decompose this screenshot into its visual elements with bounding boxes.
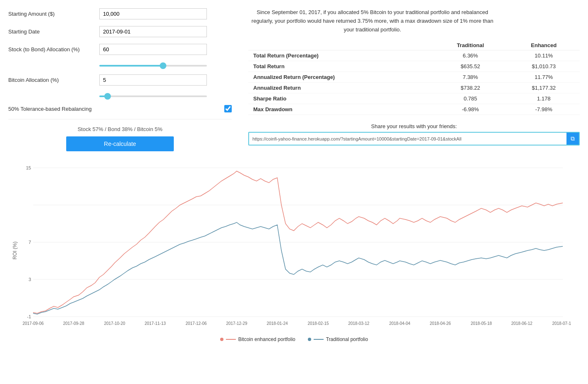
starting-amount-row: Starting Amount ($)	[8, 8, 232, 19]
share-input-row: ⧉	[248, 132, 580, 145]
traditional-portfolio-line	[33, 222, 563, 314]
svg-text:2017-09-28: 2017-09-28	[63, 321, 84, 326]
table-row: Sharpe Ratio 0.785 1.178	[248, 93, 580, 104]
bitcoin-allocation-row: Bitcoin Allocation (%)	[8, 74, 232, 86]
col-traditional: Traditional	[433, 41, 508, 50]
row-enhanced: $1,177.32	[508, 83, 580, 93]
trad-legend-dot	[308, 338, 311, 341]
trad-legend-label: Traditional portfolio	[326, 336, 368, 342]
row-traditional: -6.98%	[433, 104, 508, 115]
stock-allocation-input[interactable]	[99, 44, 207, 55]
stock-slider-row	[8, 62, 232, 68]
svg-text:2017-10-20: 2017-10-20	[104, 321, 125, 326]
chart-legend: Bitcoin enhanced portfolio Traditional p…	[8, 336, 580, 342]
summary-text: Since September 01, 2017, if you allocat…	[248, 8, 497, 34]
rebalancing-checkbox[interactable]	[224, 105, 232, 112]
left-panel: Starting Amount ($) Starting Date Stock …	[8, 8, 232, 151]
row-traditional: 7.38%	[433, 72, 508, 83]
legend-btc: Bitcoin enhanced portfolio	[220, 336, 295, 342]
svg-text:ROI (%): ROI (%)	[12, 241, 18, 259]
row-enhanced: 11.77%	[508, 72, 580, 83]
row-traditional: 6.36%	[433, 50, 508, 61]
stock-allocation-slider[interactable]	[99, 65, 207, 67]
legend-trad: Traditional portfolio	[308, 336, 368, 342]
svg-text:2018-01-24: 2018-01-24	[266, 321, 288, 326]
results-table: Traditional Enhanced Total Return (Perce…	[248, 41, 580, 115]
svg-text:2017-11-13: 2017-11-13	[144, 321, 166, 326]
starting-amount-input[interactable]	[99, 8, 207, 19]
svg-text:3: 3	[29, 277, 31, 282]
svg-text:2018-04-04: 2018-04-04	[389, 321, 410, 326]
row-label: Total Return	[248, 61, 433, 72]
row-enhanced: $1,010.73	[508, 61, 580, 72]
right-panel: Since September 01, 2017, if you allocat…	[248, 8, 580, 151]
row-label: Max Drawdown	[248, 104, 433, 115]
table-row: Max Drawdown -6.98% -7.98%	[248, 104, 580, 115]
row-traditional: 0.785	[433, 93, 508, 104]
row-label: Annualized Return (Percentage)	[248, 72, 433, 83]
row-label: Total Return (Percentage)	[248, 50, 433, 61]
svg-text:7: 7	[29, 240, 31, 245]
table-row: Total Return $635.52 $1,010.73	[248, 61, 580, 72]
svg-text:-1: -1	[27, 314, 31, 319]
bitcoin-allocation-input[interactable]	[99, 74, 207, 86]
stock-allocation-row: Stock (to Bond) Allocation (%)	[8, 44, 232, 55]
row-traditional: $738.22	[433, 83, 508, 93]
svg-text:2017-12-29: 2017-12-29	[226, 321, 247, 326]
svg-text:2018-04-26: 2018-04-26	[430, 321, 451, 326]
row-enhanced: 10.11%	[508, 50, 580, 61]
bitcoin-allocation-slider[interactable]	[99, 95, 207, 97]
svg-text:2018-02-15: 2018-02-15	[307, 321, 329, 326]
svg-text:2017-12-06: 2017-12-06	[185, 321, 207, 326]
starting-amount-label: Starting Amount ($)	[8, 11, 99, 17]
row-label: Sharpe Ratio	[248, 93, 433, 104]
svg-text:2018-05-18: 2018-05-18	[470, 321, 492, 326]
rebalancing-label: 50% Tolerance-based Rebalancing	[8, 106, 224, 112]
col-enhanced: Enhanced	[508, 41, 580, 50]
recalculate-button[interactable]: Re-calculate	[66, 136, 174, 151]
table-row: Total Return (Percentage) 6.36% 10.11%	[248, 50, 580, 61]
btc-legend-dot	[220, 338, 223, 341]
chart-svg: ROI (%) 15 7 3 -1 2017-09-06 2017-09-28 …	[8, 160, 571, 333]
trad-legend-line	[314, 339, 324, 340]
table-row: Annualized Return $738.22 $1,177.32	[248, 83, 580, 93]
row-enhanced: -7.98%	[508, 104, 580, 115]
starting-date-input[interactable]	[99, 26, 207, 37]
share-url-input[interactable]	[249, 134, 566, 144]
bitcoin-slider-row	[8, 92, 232, 98]
svg-text:2017-09-06: 2017-09-06	[22, 321, 44, 326]
copy-button[interactable]: ⧉	[566, 133, 579, 145]
row-label: Annualized Return	[248, 83, 433, 93]
row-traditional: $635.52	[433, 61, 508, 72]
svg-text:2018-03-12: 2018-03-12	[348, 321, 370, 326]
stock-allocation-label: Stock (to Bond) Allocation (%)	[8, 46, 99, 52]
starting-date-label: Starting Date	[8, 29, 99, 35]
col-empty	[248, 41, 433, 50]
allocation-summary: Stock 57% / Bond 38% / Bitcoin 5%	[8, 126, 232, 132]
btc-legend-label: Bitcoin enhanced portfolio	[238, 336, 295, 342]
svg-text:15: 15	[26, 165, 31, 170]
starting-date-row: Starting Date	[8, 26, 232, 37]
rebalancing-row: 50% Tolerance-based Rebalancing	[8, 105, 232, 119]
bitcoin-allocation-label: Bitcoin Allocation (%)	[8, 77, 99, 83]
share-label: Share your results with your friends:	[248, 123, 580, 129]
svg-text:2018-07-13: 2018-07-13	[552, 321, 571, 326]
svg-text:2018-06-12: 2018-06-12	[511, 321, 533, 326]
share-section: Share your results with your friends: ⧉	[248, 123, 580, 145]
table-row: Annualized Return (Percentage) 7.38% 11.…	[248, 72, 580, 83]
btc-legend-line	[226, 339, 236, 340]
row-enhanced: 1.178	[508, 93, 580, 104]
chart-area: ROI (%) 15 7 3 -1 2017-09-06 2017-09-28 …	[8, 160, 580, 342]
